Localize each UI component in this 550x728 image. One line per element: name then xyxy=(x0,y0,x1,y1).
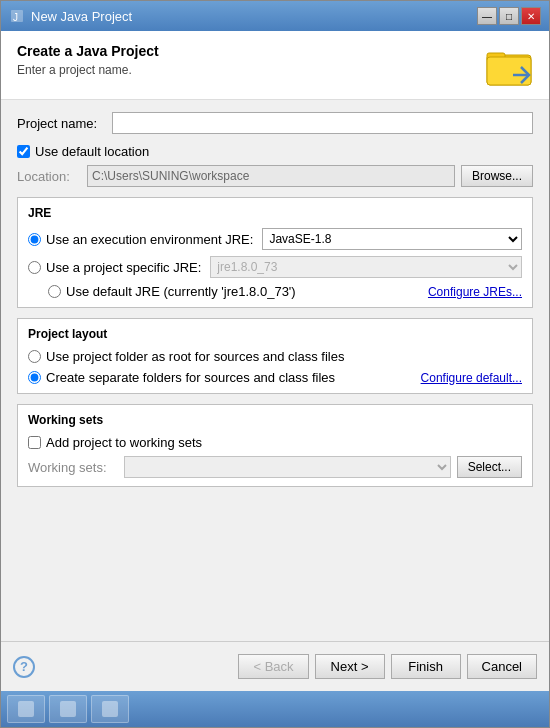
select-button[interactable]: Select... xyxy=(457,456,522,478)
add-working-sets-label[interactable]: Add project to working sets xyxy=(46,435,202,450)
taskbar-icon-1 xyxy=(16,699,36,719)
taskbar-icon-3 xyxy=(100,699,120,719)
working-sets-title: Working sets xyxy=(28,413,522,427)
jre-option2-label[interactable]: Use a project specific JRE: xyxy=(46,260,201,275)
svg-rect-8 xyxy=(102,701,118,717)
jre-option3-label[interactable]: Use default JRE (currently 'jre1.8.0_73'… xyxy=(66,284,296,299)
jre-option1-row: Use an execution environment JRE: JavaSE… xyxy=(28,228,522,250)
working-sets-section: Working sets Add project to working sets… xyxy=(17,404,533,487)
jre-option2-radio[interactable] xyxy=(28,261,41,274)
configure-default-link[interactable]: Configure default... xyxy=(421,371,522,385)
svg-rect-7 xyxy=(60,701,76,717)
use-default-location-label[interactable]: Use default location xyxy=(35,144,149,159)
jre-section-title: JRE xyxy=(28,206,522,220)
jre-specific-select[interactable]: jre1.8.0_73 xyxy=(210,256,522,278)
folder-icon xyxy=(485,43,533,91)
jre-section: JRE Use an execution environment JRE: Ja… xyxy=(17,197,533,308)
taskbar-icon-2 xyxy=(58,699,78,719)
project-layout-title: Project layout xyxy=(28,327,522,341)
location-label: Location: xyxy=(17,169,87,184)
main-window: J New Java Project — □ ✕ Create a Java P… xyxy=(0,0,550,728)
add-to-working-sets-row: Add project to working sets xyxy=(28,435,522,450)
layout-option1-row: Use project folder as root for sources a… xyxy=(28,349,522,364)
location-input[interactable] xyxy=(87,165,455,187)
layout-option1-radio[interactable] xyxy=(28,350,41,363)
project-layout-section: Project layout Use project folder as roo… xyxy=(17,318,533,394)
taskbar-item-1[interactable] xyxy=(7,695,45,723)
taskbar xyxy=(1,691,549,727)
jre-option2-row: Use a project specific JRE: jre1.8.0_73 xyxy=(28,256,522,278)
project-name-label: Project name: xyxy=(17,116,112,131)
layout-option2-radio[interactable] xyxy=(28,371,41,384)
layout-option2-row-container: Create separate folders for sources and … xyxy=(28,370,522,385)
layout-option2-row: Create separate folders for sources and … xyxy=(28,370,421,385)
dialog-title: Create a Java Project xyxy=(17,43,159,59)
content-area: Create a Java Project Enter a project na… xyxy=(1,31,549,691)
footer-buttons: < Back Next > Finish Cancel xyxy=(238,654,537,679)
maximize-button[interactable]: □ xyxy=(499,7,519,25)
title-bar-left: J New Java Project xyxy=(9,8,132,24)
jre-env-select[interactable]: JavaSE-1.8 xyxy=(262,228,522,250)
browse-button[interactable]: Browse... xyxy=(461,165,533,187)
title-bar-buttons: — □ ✕ xyxy=(477,7,541,25)
jre-option3-radio[interactable] xyxy=(48,285,61,298)
back-button[interactable]: < Back xyxy=(238,654,308,679)
form-area: Project name: Use default location Locat… xyxy=(1,100,549,641)
layout-option1-label[interactable]: Use project folder as root for sources a… xyxy=(46,349,344,364)
svg-text:J: J xyxy=(13,12,18,23)
location-row: Location: Browse... xyxy=(17,165,533,187)
minimize-button[interactable]: — xyxy=(477,7,497,25)
jre-option3-radio-row: Use default JRE (currently 'jre1.8.0_73'… xyxy=(48,284,296,299)
cancel-button[interactable]: Cancel xyxy=(467,654,537,679)
use-default-location-checkbox[interactable] xyxy=(17,145,30,158)
footer: ? < Back Next > Finish Cancel xyxy=(1,641,549,691)
working-sets-input-row: Working sets: Select... xyxy=(28,456,522,478)
project-name-input[interactable] xyxy=(112,112,533,134)
jre-option1-radio[interactable] xyxy=(28,233,41,246)
working-sets-label: Working sets: xyxy=(28,460,118,475)
dialog-subtitle: Enter a project name. xyxy=(17,63,159,77)
project-name-row: Project name: xyxy=(17,112,533,134)
working-sets-select[interactable] xyxy=(124,456,451,478)
configure-jres-link[interactable]: Configure JREs... xyxy=(428,285,522,299)
add-working-sets-checkbox[interactable] xyxy=(28,436,41,449)
next-button[interactable]: Next > xyxy=(315,654,385,679)
layout-option2-label[interactable]: Create separate folders for sources and … xyxy=(46,370,335,385)
header-text: Create a Java Project Enter a project na… xyxy=(17,43,159,77)
window-icon: J xyxy=(9,8,25,24)
close-button[interactable]: ✕ xyxy=(521,7,541,25)
help-button[interactable]: ? xyxy=(13,656,35,678)
window-title: New Java Project xyxy=(31,9,132,24)
finish-button[interactable]: Finish xyxy=(391,654,461,679)
header-section: Create a Java Project Enter a project na… xyxy=(1,31,549,100)
svg-rect-6 xyxy=(18,701,34,717)
title-bar: J New Java Project — □ ✕ xyxy=(1,1,549,31)
taskbar-item-2[interactable] xyxy=(49,695,87,723)
taskbar-item-3[interactable] xyxy=(91,695,129,723)
jre-option1-label[interactable]: Use an execution environment JRE: xyxy=(46,232,253,247)
use-default-location-row: Use default location xyxy=(17,144,533,159)
jre-option3-row: Use default JRE (currently 'jre1.8.0_73'… xyxy=(28,284,522,299)
